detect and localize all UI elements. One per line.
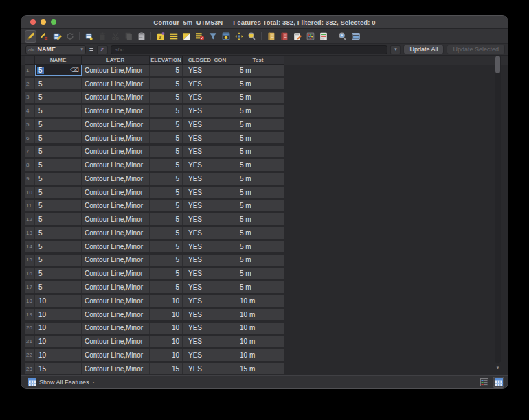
reload-table-icon[interactable]	[64, 30, 76, 43]
cell-elevation[interactable]: 5	[150, 92, 183, 104]
delete-selected-icon[interactable]	[96, 30, 108, 43]
cell-test[interactable]: 5 m	[232, 227, 284, 239]
select-by-expression-icon[interactable]: ε	[155, 30, 166, 43]
cell-closed-con[interactable]: YES	[183, 119, 232, 130]
cell-test[interactable]: 10 m	[232, 336, 284, 347]
conditional-formatting-icon[interactable]	[317, 30, 329, 43]
cell-elevation[interactable]: 10	[150, 309, 183, 320]
row-number-cell[interactable]: 4	[25, 105, 35, 117]
invert-selection-icon[interactable]	[181, 30, 192, 43]
table-row[interactable]: 19 10 Contour Line,Minor 10 YES 10 m	[25, 309, 284, 320]
cell-closed-con[interactable]: YES	[183, 309, 232, 320]
cell-test[interactable]: 5 m	[232, 146, 284, 158]
cell-test[interactable]: 5 m	[232, 200, 284, 212]
filter-form-icon[interactable]	[207, 30, 218, 43]
table-row[interactable]: 4 5 Contour Line,Minor 5 YES 5 m	[25, 105, 284, 117]
row-number-cell[interactable]: 15	[25, 255, 35, 266]
cell-elevation[interactable]: 5	[150, 241, 183, 253]
row-number-cell[interactable]: 2	[25, 78, 35, 90]
cell-name[interactable]: 5	[35, 268, 82, 279]
cell-test[interactable]: 5 m	[232, 213, 284, 225]
cell-elevation[interactable]: 5	[150, 227, 183, 239]
cell-closed-con[interactable]: YES	[183, 173, 232, 185]
row-number-cell[interactable]: 21	[25, 336, 35, 347]
row-number-cell[interactable]: 14	[25, 241, 35, 253]
cell-layer[interactable]: Contour Line,Minor	[82, 241, 150, 253]
cell-elevation[interactable]: 10	[150, 323, 183, 334]
row-number-cell[interactable]: 8	[25, 159, 35, 171]
cell-test[interactable]: 5 m	[232, 281, 284, 293]
cell-layer[interactable]: Contour Line,Minor	[82, 200, 150, 212]
row-number-cell[interactable]: 1	[25, 65, 35, 76]
cell-elevation[interactable]: 5	[150, 159, 183, 171]
zoom-to-selection-icon[interactable]	[246, 30, 258, 43]
close-window-button[interactable]	[30, 19, 36, 25]
expression-builder-button[interactable]: ε	[97, 45, 108, 54]
cell-layer[interactable]: Contour Line,Minor	[82, 336, 150, 347]
form-view-button[interactable]	[478, 377, 490, 388]
row-number-cell[interactable]: 20	[25, 323, 35, 334]
row-number-cell[interactable]: 6	[25, 132, 35, 144]
cell-layer[interactable]: Contour Line,Minor	[82, 363, 150, 375]
table-row[interactable]: 15 5 Contour Line,Minor 5 YES 5 m	[25, 255, 284, 266]
cell-test[interactable]: 5 m	[232, 92, 284, 104]
clear-value-icon[interactable]: ⌫	[70, 67, 79, 73]
table-row[interactable]: 21 10 Contour Line,Minor 10 YES 10 m	[25, 336, 284, 347]
row-number-cell[interactable]: 10	[25, 187, 35, 198]
cell-closed-con[interactable]: YES	[183, 255, 232, 266]
cell-closed-con[interactable]: YES	[183, 349, 232, 361]
rename-field-icon[interactable]	[291, 30, 303, 43]
cell-elevation[interactable]: 5	[150, 255, 183, 266]
cell-layer[interactable]: Contour Line,Minor	[82, 227, 150, 239]
cell-test[interactable]: 10 m	[232, 309, 284, 320]
cell-name[interactable]: 15	[35, 363, 82, 375]
cell-test[interactable]: 10 m	[232, 323, 284, 334]
cell-layer[interactable]: Contour Line,Minor	[82, 309, 150, 320]
cell-layer[interactable]: Contour Line,Minor	[82, 295, 150, 307]
row-number-cell[interactable]: 13	[25, 227, 35, 239]
table-actions-icon[interactable]	[337, 30, 348, 43]
row-number-cell[interactable]: 3	[25, 92, 35, 104]
cell-closed-con[interactable]: YES	[183, 105, 232, 117]
table-row[interactable]: 23 15 Contour Line,Minor 15 YES 15 m	[25, 363, 284, 375]
cell-elevation[interactable]: 10	[150, 349, 183, 361]
cell-test[interactable]: 5 m	[232, 78, 284, 90]
cell-closed-con[interactable]: YES	[183, 363, 232, 375]
cell-test[interactable]: 5 m	[232, 241, 284, 253]
deselect-all-icon[interactable]	[194, 30, 205, 43]
cell-name[interactable]: 5	[35, 119, 82, 130]
cell-closed-con[interactable]: YES	[183, 92, 232, 104]
column-header-layer[interactable]: LAYER	[82, 56, 150, 65]
row-number-cell[interactable]: 16	[25, 268, 35, 279]
cell-name[interactable]: 10	[35, 295, 82, 307]
cell-elevation[interactable]: 5	[150, 173, 183, 185]
row-number-cell[interactable]: 19	[25, 309, 35, 320]
cell-elevation[interactable]: 5	[150, 119, 183, 130]
cell-layer[interactable]: Contour Line,Minor	[82, 281, 150, 293]
table-row[interactable]: 22 10 Contour Line,Minor 10 YES 10 m	[25, 349, 284, 361]
cell-name[interactable]: 5	[35, 78, 82, 90]
select-all-icon[interactable]	[168, 30, 179, 43]
column-header-elevation[interactable]: ELEVATION	[150, 56, 183, 65]
cell-name[interactable]: 5	[35, 105, 82, 117]
row-number-cell[interactable]: 18	[25, 295, 35, 307]
cell-name[interactable]: 5	[35, 146, 82, 158]
cell-closed-con[interactable]: YES	[183, 268, 232, 279]
cell-name[interactable]: 5	[35, 255, 82, 266]
cell-elevation[interactable]: 5	[150, 78, 183, 90]
cell-layer[interactable]: Contour Line,Minor	[82, 92, 150, 104]
cell-closed-con[interactable]: YES	[183, 227, 232, 239]
title-bar[interactable]: Contour_5m_UTM53N — Features Total: 382,…	[21, 16, 508, 29]
cell-test[interactable]: 5 m	[232, 159, 284, 171]
cell-closed-con[interactable]: YES	[183, 65, 232, 76]
cell-name[interactable]: 10	[35, 349, 82, 361]
cell-name[interactable]: 5	[35, 241, 82, 253]
cell-elevation[interactable]: 5	[150, 200, 183, 212]
zoom-window-button[interactable]	[51, 19, 56, 25]
save-edits-icon[interactable]	[51, 30, 63, 43]
expression-history-button[interactable]: ▾	[390, 45, 401, 54]
paste-features-icon[interactable]	[135, 30, 147, 43]
table-row[interactable]: 18 10 Contour Line,Minor 10 YES 10 m	[25, 295, 284, 307]
cell-name[interactable]: 5	[35, 187, 82, 198]
cell-layer[interactable]: Contour Line,Minor	[82, 132, 150, 144]
